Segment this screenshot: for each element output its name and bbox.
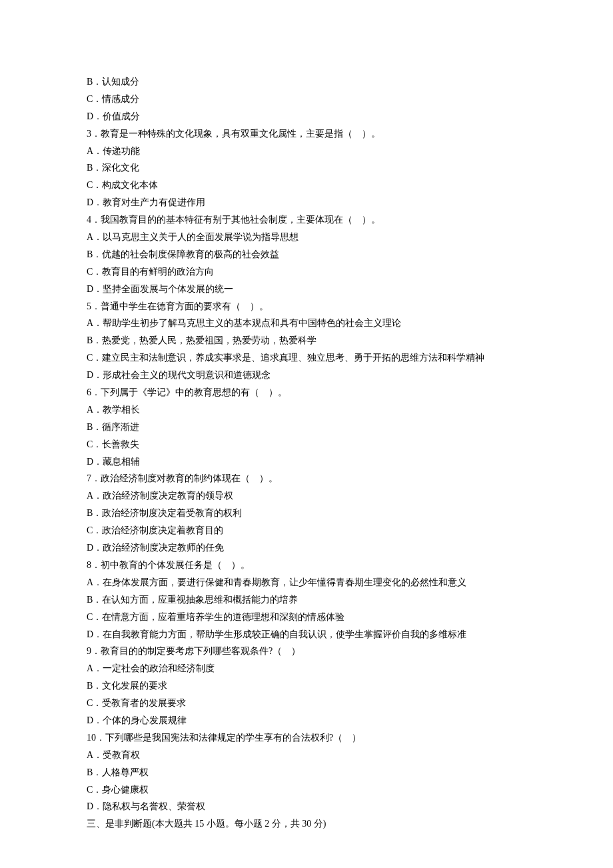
text-line: 9．教育目的的制定要考虑下列哪些客观条件?（ ）	[87, 643, 533, 660]
text-line: A．教学相长	[87, 401, 533, 419]
text-line: C．建立民主和法制意识，养成实事求是、追求真理、独立思考、勇于开拓的思维方法和科…	[87, 349, 533, 367]
text-line: C．情感成分	[87, 91, 533, 108]
text-line: C．政治经济制度决定着教育目的	[87, 522, 533, 539]
text-line: 4．我国教育目的的基本特征有别于其他社会制度，主要体现在（ ）。	[87, 211, 533, 229]
text-line: 7．政治经济制度对教育的制约体现在（ ）。	[87, 470, 533, 487]
text-line: D．隐私权与名誉权、荣誉权	[87, 798, 533, 815]
text-line: B．政治经济制度决定着受教育的权利	[87, 505, 533, 522]
text-line: A．政治经济制度决定教育的领导权	[87, 487, 533, 505]
document-body: B．认知成分 C．情感成分 D．价值成分 3．教育是一种特殊的文化现象，具有双重…	[87, 73, 533, 833]
text-line: 10．下列哪些是我国宪法和法律规定的学生享有的合法权利?（ ）	[87, 729, 533, 747]
text-line: C．长善救失	[87, 436, 533, 453]
text-line: B．人格尊严权	[87, 764, 533, 781]
text-line: D．个体的身心发展规律	[87, 712, 533, 729]
text-line: A．在身体发展方面，要进行保健和青春期教育，让少年懂得青春期生理变化的必然性和意…	[87, 574, 533, 591]
text-line: C．身心健康权	[87, 781, 533, 799]
text-line: B．循序渐进	[87, 419, 533, 436]
text-line: C．受教育者的发展要求	[87, 695, 533, 712]
text-line: 三、是非判断题(本大题共 15 小题。每小题 2 分，共 30 分)	[87, 815, 533, 833]
text-line: A．受教育权	[87, 747, 533, 764]
text-line: A．帮助学生初步了解马克思主义的基本观点和具有中国特色的社会主义理论	[87, 315, 533, 332]
text-line: C．在情意方面，应着重培养学生的道德理想和深刻的情感体验	[87, 609, 533, 626]
text-line: B．文化发展的要求	[87, 677, 533, 695]
text-line: 3．教育是一种特殊的文化现象，具有双重文化属性，主要是指（ ）。	[87, 125, 533, 143]
text-line: D．教育对生产力有促进作用	[87, 194, 533, 211]
text-line: B．热爱党，热爱人民，热爱祖国，热爱劳动，热爱科学	[87, 332, 533, 349]
text-line: B．认知成分	[87, 73, 533, 91]
text-line: C．教育目的有鲜明的政治方向	[87, 263, 533, 281]
text-line: 6．下列属于《学记》中的教育思想的有（ ）。	[87, 384, 533, 401]
text-line: D．形成社会主义的现代文明意识和道德观念	[87, 367, 533, 384]
text-line: 5．普通中学生在德育方面的要求有（ ）。	[87, 298, 533, 315]
text-line: D．政治经济制度决定教师的任免	[87, 539, 533, 557]
text-line: D．坚持全面发展与个体发展的统一	[87, 281, 533, 298]
text-line: D．在自我教育能力方面，帮助学生形成较正确的自我认识，使学生掌握评价自我的多维标…	[87, 626, 533, 643]
text-line: A．以马克思主义关于人的全面发展学说为指导思想	[87, 229, 533, 246]
text-line: C．构成文化本体	[87, 177, 533, 194]
text-line: 8．初中教育的个体发展任务是（ ）。	[87, 557, 533, 574]
text-line: A．传递功能	[87, 143, 533, 160]
text-line: D．价值成分	[87, 108, 533, 125]
text-line: B．在认知方面，应重视抽象思维和概括能力的培养	[87, 591, 533, 609]
text-line: B．深化文化	[87, 159, 533, 177]
text-line: A．一定社会的政治和经济制度	[87, 660, 533, 677]
text-line: D．藏息相辅	[87, 453, 533, 471]
text-line: B．优越的社会制度保障教育的极高的社会效益	[87, 246, 533, 263]
